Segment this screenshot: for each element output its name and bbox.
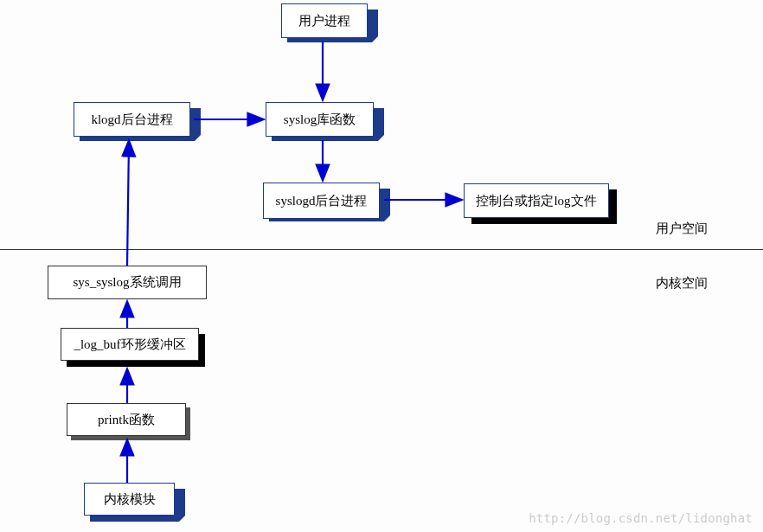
klogd-label: klogd后台进程 [91,112,172,128]
printk-label: printk函数 [98,412,155,428]
kernel-module-label: 内核模块 [104,491,156,508]
log-buf-node: _log_buf环形缓冲区 [61,328,199,361]
log-buf-label: _log_buf环形缓冲区 [74,337,185,353]
syslogd-node: syslogd后台进程 [263,183,380,219]
svg-line-5 [127,142,129,266]
space-divider [0,249,763,250]
console-label: 控制台或指定log文件 [476,193,596,209]
syslogd-label: syslogd后台进程 [276,193,368,209]
user-space-label: 用户空间 [656,221,708,237]
sys-syslog-label: sys_syslog系统调用 [73,274,181,291]
klogd-node: klogd后台进程 [74,102,190,137]
syslog-lib-label: syslog库函数 [284,112,356,128]
printk-node: printk函数 [67,403,186,436]
user-process-label: 用户进程 [298,13,350,29]
syslog-lib-node: syslog库函数 [266,102,374,137]
sys-syslog-node: sys_syslog系统调用 [48,266,207,299]
console-node: 控制台或指定log文件 [464,183,609,218]
user-process-node: 用户进程 [281,3,368,38]
kernel-module-node: 内核模块 [84,483,175,516]
kernel-space-label: 内核空间 [656,275,708,292]
watermark-text: http://blog.csdn.net/lidonghat [529,511,753,525]
